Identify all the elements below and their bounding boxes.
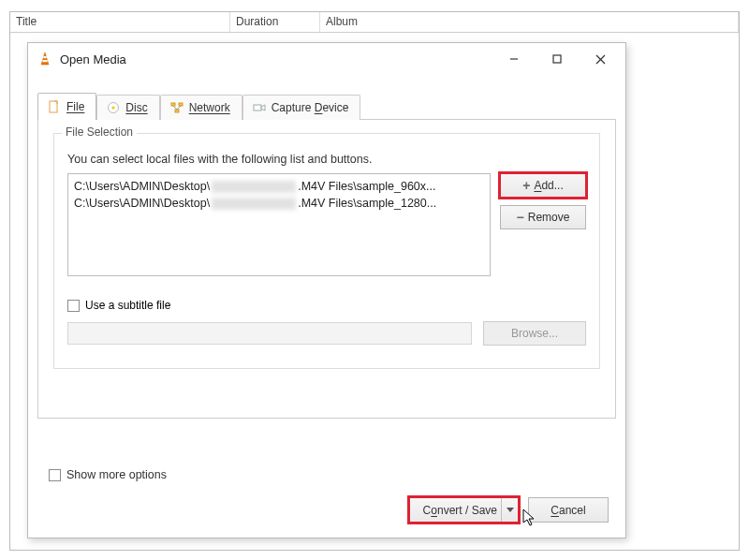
svg-line-14 (177, 106, 181, 110)
tab-file-label: File (66, 100, 84, 113)
tab-network[interactable]: Network (160, 95, 242, 120)
file-selection-group: File Selection You can select local file… (53, 133, 600, 369)
file-selection-hint: You can select local files with the foll… (67, 153, 586, 166)
column-album[interactable]: Album (320, 12, 739, 32)
chevron-down-icon[interactable] (501, 498, 518, 522)
maximize-button[interactable] (536, 45, 579, 73)
subtitle-checkbox[interactable] (67, 300, 80, 312)
tab-file[interactable]: File (37, 93, 96, 120)
svg-point-9 (112, 106, 115, 109)
column-title[interactable]: Title (10, 12, 230, 32)
convert-save-button[interactable]: Convert / Save (409, 497, 519, 523)
file-selection-legend: File Selection (62, 125, 137, 139)
show-more-checkbox[interactable] (49, 469, 61, 481)
minus-icon: − (517, 213, 524, 222)
redacted-text (212, 181, 296, 193)
capture-icon (253, 101, 266, 114)
file-icon (48, 100, 61, 113)
browse-button: Browse... (483, 321, 586, 346)
list-item[interactable]: C:\Users\ADMIN\Desktop\.M4V Files\sample… (74, 195, 484, 212)
tabs-row: File Disc Network Capture Device (37, 92, 616, 120)
svg-rect-4 (553, 55, 561, 63)
tab-panel-file: File Selection You can select local file… (37, 119, 616, 419)
show-more-options[interactable]: Show more options (49, 468, 167, 481)
svg-rect-15 (254, 105, 261, 111)
svg-rect-7 (50, 101, 57, 112)
open-media-dialog: Open Media File Disc Network Capture Dev… (27, 42, 626, 538)
svg-rect-11 (179, 103, 183, 106)
disc-icon (107, 101, 120, 114)
subtitle-label: Use a subtitle file (85, 299, 170, 312)
minimize-button[interactable] (492, 45, 536, 73)
dialog-title: Open Media (60, 52, 126, 66)
table-header: Title Duration Album (10, 12, 739, 33)
column-duration[interactable]: Duration (230, 12, 320, 32)
add-button[interactable]: + Add... (500, 173, 586, 198)
network-icon (170, 101, 184, 114)
redacted-text (212, 198, 296, 210)
remove-button[interactable]: − Remove (500, 205, 586, 229)
file-listbox[interactable]: C:\Users\ADMIN\Desktop\.M4V Files\sample… (67, 173, 491, 276)
subtitle-path-input (67, 322, 472, 345)
tab-capture-u: D (315, 101, 323, 114)
tab-network-label: Network (189, 101, 230, 114)
svg-marker-16 (261, 105, 265, 111)
tab-capture[interactable]: Capture Device (242, 95, 361, 120)
tab-disc[interactable]: Disc (96, 95, 159, 120)
svg-rect-1 (43, 56, 46, 58)
vlc-icon (37, 52, 52, 66)
svg-marker-0 (41, 52, 49, 65)
main-frame: Title Duration Album Open Media File Dis… (9, 11, 740, 551)
svg-rect-12 (175, 110, 179, 112)
list-item[interactable]: C:\Users\ADMIN\Desktop\.M4V Files\sample… (74, 178, 484, 195)
svg-rect-10 (171, 103, 175, 106)
close-button[interactable] (579, 45, 622, 73)
tab-disc-label: Disc (125, 101, 147, 114)
title-bar: Open Media (28, 43, 625, 75)
svg-line-13 (173, 106, 177, 110)
svg-marker-17 (507, 508, 514, 512)
cancel-button[interactable]: Cancel (528, 497, 609, 523)
svg-rect-2 (42, 60, 47, 62)
plus-icon: + (522, 181, 530, 190)
